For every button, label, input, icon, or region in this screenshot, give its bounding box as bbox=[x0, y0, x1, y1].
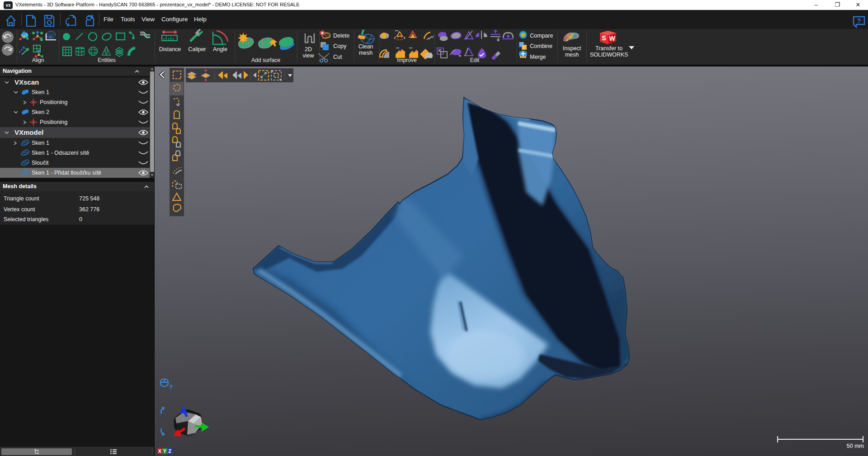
svg-text:?: ? bbox=[857, 17, 861, 24]
svg-text:50 mm: 50 mm bbox=[847, 443, 864, 449]
svg-text:?: ? bbox=[169, 384, 173, 390]
svg-text:S: S bbox=[602, 34, 606, 42]
svg-text:W: W bbox=[609, 35, 615, 42]
